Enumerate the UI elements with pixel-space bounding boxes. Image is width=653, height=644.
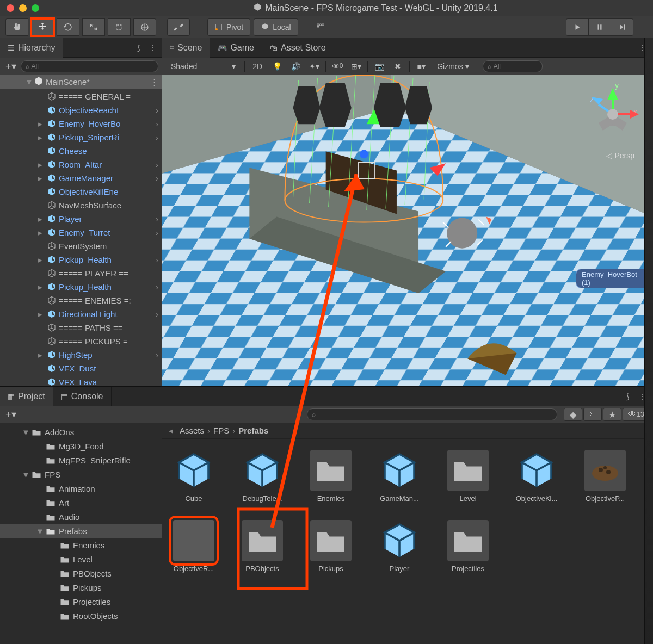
tab-asset-store[interactable]: 🛍 Asset Store (262, 38, 334, 58)
scale-tool-button[interactable] (82, 18, 105, 36)
expand-icon[interactable]: ▸ (38, 119, 45, 129)
camera-icon[interactable]: 📷 (372, 62, 386, 71)
asset-item[interactable]: GameMan... (373, 450, 426, 503)
expand-icon[interactable]: ▸ (38, 255, 45, 265)
expand-icon[interactable]: ▸ (38, 309, 45, 319)
chevron-right-icon[interactable]: › (156, 228, 158, 237)
asset-item[interactable]: Enemies (305, 450, 357, 503)
folder-row[interactable]: Enemies (0, 538, 162, 552)
favorite-filter-button[interactable]: ★ (603, 408, 621, 421)
expand-icon[interactable]: ▼ (25, 77, 32, 86)
hierarchy-item[interactable]: ▸Enemy_HoverBo› (0, 117, 162, 131)
2d-toggle[interactable]: 2D (249, 60, 266, 73)
audio-icon[interactable]: 🔊 (288, 62, 303, 71)
scene-row[interactable]: ▼ MainScene* ⋮ (0, 75, 162, 89)
close-window-icon[interactable] (7, 4, 14, 12)
hierarchy-item[interactable]: ▸Pickup_SniperRi› (0, 131, 162, 144)
folder-row[interactable]: Audio (0, 510, 162, 524)
project-search[interactable]: ⌕ (307, 408, 557, 420)
scene-menu-icon[interactable]: ⋮ (150, 77, 158, 87)
asset-item[interactable]: ObjectiveKi... (510, 450, 563, 503)
folder-row[interactable]: Pickups (0, 580, 162, 595)
hierarchy-item[interactable]: ▸Pickup_Health› (0, 253, 162, 267)
tab-project[interactable]: ▦ Project (0, 387, 53, 406)
folder-row[interactable]: Projectiles (0, 595, 162, 609)
breadcrumb-0[interactable]: Assets (180, 426, 204, 435)
local-toggle[interactable]: Local (254, 18, 298, 36)
camera-dropdown[interactable]: ■▾ (414, 62, 428, 71)
hierarchy-item[interactable]: ===== GENERAL = (0, 90, 162, 103)
hierarchy-item[interactable]: ===== ENEMIES =: (0, 294, 162, 307)
hidden-objects-icon[interactable]: 👁0 (330, 62, 344, 71)
breadcrumb-2[interactable]: Prefabs (238, 426, 268, 435)
chevron-right-icon[interactable]: › (156, 350, 158, 360)
chevron-right-icon[interactable]: › (156, 282, 158, 292)
play-button[interactable] (566, 18, 589, 36)
move-tool-button[interactable] (31, 18, 54, 36)
minimize-window-icon[interactable] (19, 4, 27, 12)
transform-tool-button[interactable] (133, 18, 156, 36)
folder-row[interactable]: Level (0, 552, 162, 566)
expand-icon[interactable]: ▸ (38, 174, 45, 183)
tab-console[interactable]: ▤ Console (53, 387, 112, 406)
hierarchy-item[interactable]: ▸Directional Light› (0, 307, 162, 321)
panel-menu-icon[interactable]: ⋮ (143, 44, 162, 52)
scene-search[interactable]: ⌕ All (483, 60, 543, 72)
hand-tool-button[interactable] (5, 18, 28, 36)
folder-row[interactable]: Mg3D_Food (0, 439, 162, 453)
expand-icon[interactable]: ▸ (38, 133, 45, 143)
pause-button[interactable] (588, 18, 611, 36)
expand-icon[interactable]: ▸ (38, 160, 45, 170)
hierarchy-item[interactable]: EventSystem (0, 239, 162, 253)
hierarchy-item[interactable]: ▸GameManager› (0, 171, 162, 185)
hierarchy-item[interactable]: ▸Player› (0, 212, 162, 226)
hierarchy-item[interactable]: NavMeshSurface (0, 199, 162, 212)
inspector-strip[interactable] (644, 38, 653, 644)
expand-icon[interactable]: ▸ (38, 214, 45, 224)
snap-button[interactable] (309, 18, 332, 36)
asset-item[interactable]: PBObjects (236, 520, 288, 573)
asset-item[interactable]: ObjectiveR... (168, 520, 220, 573)
chevron-right-icon[interactable]: › (156, 160, 158, 169)
step-button[interactable] (611, 18, 633, 36)
search-filter-button[interactable]: ◆ (564, 408, 582, 421)
hierarchy-item[interactable]: ▸Pickup_Health› (0, 280, 162, 294)
gizmos-dropdown[interactable]: Gizmos ▾ (433, 60, 473, 73)
lock-icon[interactable]: ⟆ (623, 392, 632, 401)
expand-icon[interactable]: ▸ (38, 228, 45, 238)
hierarchy-item[interactable]: ObjectiveKillEne (0, 185, 162, 199)
folder-row[interactable]: MgFPS_SniperRifle (0, 453, 162, 467)
rotate-tool-button[interactable] (57, 18, 79, 36)
grid-dropdown[interactable]: ⊞▾ (349, 62, 363, 71)
folder-row[interactable]: RootObjects (0, 609, 162, 623)
maximize-window-icon[interactable] (32, 4, 39, 12)
scene-viewport[interactable]: Enemy_HoverBot (1) y x z (162, 75, 653, 386)
create-dropdown[interactable]: +▾ (3, 60, 19, 72)
hierarchy-item[interactable]: ObjectiveReachI› (0, 103, 162, 117)
lock-icon[interactable]: ⟆ (134, 44, 143, 52)
hierarchy-item[interactable]: ▸HighStep› (0, 348, 162, 362)
folder-row[interactable]: ▼FPS (0, 467, 162, 481)
asset-item[interactable]: Pickups (305, 520, 357, 573)
custom-tools-button[interactable] (167, 18, 190, 36)
hierarchy-search[interactable]: ⌕ All (21, 60, 158, 72)
asset-item[interactable]: ObjectiveP... (579, 450, 631, 503)
hierarchy-item[interactable]: VFX_Dust (0, 362, 162, 375)
lighting-icon[interactable]: 💡 (270, 62, 284, 71)
chevron-right-icon[interactable]: › (156, 309, 158, 319)
chevron-right-icon[interactable]: › (156, 214, 158, 224)
asset-item[interactable]: DebugTele... (236, 450, 288, 503)
projection-label[interactable]: ◁Persp (606, 151, 634, 160)
create-asset-dropdown[interactable]: +▾ (3, 408, 19, 420)
hierarchy-item[interactable]: VFX_Lava (0, 375, 162, 386)
asset-item[interactable]: Player (373, 520, 426, 573)
hierarchy-item[interactable]: ===== PLAYER == (0, 267, 162, 280)
asset-item[interactable]: Level (442, 450, 494, 503)
hierarchy-item[interactable]: ===== PICKUPS = (0, 335, 162, 348)
folder-row[interactable]: PBObjects (0, 566, 162, 580)
chevron-right-icon[interactable]: › (156, 255, 158, 264)
hierarchy-item[interactable]: ▸Enemy_Turret› (0, 226, 162, 239)
tab-scene[interactable]: ⌗ Scene (162, 38, 210, 58)
chevron-right-icon[interactable]: › (156, 133, 158, 142)
back-icon[interactable]: ◂ (169, 426, 173, 436)
